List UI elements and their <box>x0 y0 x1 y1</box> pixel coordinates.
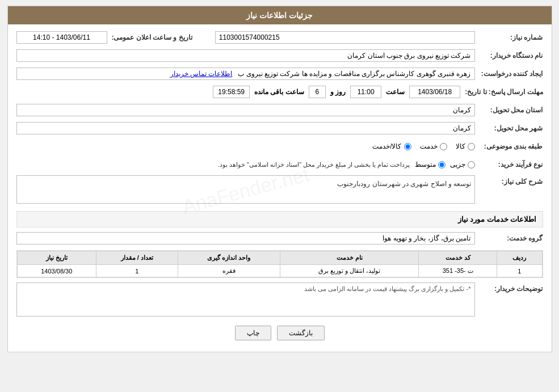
category-radio-both[interactable] <box>404 143 411 150</box>
service-group-value: تامین برق، گاز، بخار و تهویه هوا <box>16 232 475 245</box>
date-announce-value: 1403/06/11 - 14:10 <box>16 31 107 44</box>
buyer-org-row: نام دستگاه خریدار: شرکت توزیع نیروی برق … <box>16 48 543 63</box>
services-table-container: ردیف کد خدمت نام خدمت واحد اندازه گیری ت… <box>16 250 543 278</box>
service-group-label: گروه خدمت: <box>475 234 543 242</box>
province-label: استان محل تحویل: <box>475 106 543 114</box>
category-option-service[interactable]: خدمت <box>420 142 447 150</box>
purchase-radio-small[interactable] <box>468 161 475 168</box>
requester-text: زهره فنبری گوهری کارشناس برگزاری مناقصات… <box>238 70 470 78</box>
deadline-label: مهلت ارسال پاسخ: تا تاریخ: <box>460 88 543 96</box>
col-service-name: نام خدمت <box>280 251 419 265</box>
deadline-row: مهلت ارسال پاسخ: تا تاریخ: 1403/06/18 سا… <box>16 85 543 99</box>
province-row: استان محل تحویل: کرمان <box>16 103 543 117</box>
category-row: طبقه بندی موضوعی: کالا خدمت کالا/خدمت <box>16 139 543 154</box>
col-date: تاریخ نیاز <box>17 251 96 265</box>
category-radio-service[interactable] <box>440 143 447 150</box>
deadline-remaining: 19:58:59 <box>213 86 250 98</box>
buyer-notes-label: توضیحات خریدار: <box>475 283 543 293</box>
category-option-goods[interactable]: کالا <box>456 142 475 150</box>
content-area: شماره نیاز: 1103001574000215 تاریخ و ساع… <box>8 24 552 352</box>
buyer-org-label: نام دستگاه خریدار: <box>475 52 543 60</box>
category-radio-goods[interactable] <box>468 143 475 150</box>
purchase-small-label: جزیی <box>450 161 465 168</box>
service-group-row: گروه خدمت: تامین برق، گاز، بخار و تهویه … <box>16 231 543 246</box>
category-goods-label: کالا <box>456 142 465 150</box>
requester-value: زهره فنبری گوهری کارشناس برگزاری مناقصات… <box>16 68 475 80</box>
purchase-medium-label: متوسط <box>415 161 436 168</box>
cell-service-name: تولید، انتقال و توزیع برق <box>280 265 419 277</box>
category-both-label: کالا/خدمت <box>372 142 401 150</box>
buyer-org-value: شرکت توزیع نیروی برق جنوب استان کرمان <box>16 49 475 62</box>
purchase-options: جزیی متوسط پرداخت تمام یا بخشی از مبلغ خ… <box>16 161 475 168</box>
requester-label: ایجاد کننده درخواست: <box>475 70 543 78</box>
province-value: کرمان <box>16 104 475 116</box>
buyer-notes-row: توضیحات خریدار: *- تکمیل و بارگزاری برگ … <box>16 283 543 317</box>
cell-service-code: ت -35- 351 <box>419 265 497 277</box>
purchase-label: نوع فرآیند خرید: <box>475 161 543 168</box>
col-unit: واحد اندازه گیری <box>178 251 280 265</box>
purchase-option-small[interactable]: جزیی <box>450 161 475 168</box>
deadline-days: 6 <box>309 86 326 98</box>
deadline-time-label: ساعت <box>384 88 407 96</box>
date-announce-label: تاریخ و ساعت اعلان عمومی: <box>107 33 192 41</box>
print-button[interactable]: چاپ <box>235 326 271 340</box>
category-label: طبقه بندی موضوعی: <box>475 142 543 150</box>
cell-date: 1403/08/30 <box>17 265 96 277</box>
deadline-date: 1403/06/18 <box>409 86 460 98</box>
purchase-option-medium[interactable]: متوسط <box>415 161 445 168</box>
deadline-days-label: روز و <box>328 88 348 96</box>
deadline-remaining-label: ساعت باقی مانده <box>252 88 306 96</box>
service-section-header: اطلاعات خدمات مورد نیاز <box>16 211 543 227</box>
col-rownum: ردیف <box>497 251 542 265</box>
city-row: شهر محل تحویل: کرمان <box>16 121 543 136</box>
need-number-label: شماره نیاز: <box>475 33 543 41</box>
col-service-code: کد خدمت <box>419 251 497 265</box>
description-value: توسعه و اصلاح شهری در شهرستان رودبارجنوب <box>337 180 471 188</box>
need-number-row: شماره نیاز: 1103001574000215 تاریخ و ساع… <box>16 30 543 45</box>
cell-quantity: 1 <box>96 265 178 277</box>
col-quantity: تعداد / مقدار <box>96 251 178 265</box>
buyer-notes-text: *- تکمیل و بارگزاری برگ پیشنهاد قیمت در … <box>304 285 471 292</box>
button-row: بازگشت چاپ <box>16 320 543 346</box>
services-table: ردیف کد خدمت نام خدمت واحد اندازه گیری ت… <box>17 251 543 277</box>
city-value: کرمان <box>16 122 475 134</box>
buyer-notes-value: *- تکمیل و بارگزاری برگ پیشنهاد قیمت در … <box>16 283 475 317</box>
main-container: جزئیات اطلاعات نیاز شماره نیاز: 11030015… <box>7 6 552 352</box>
table-header-row: ردیف کد خدمت نام خدمت واحد اندازه گیری ت… <box>17 251 542 265</box>
city-label: شهر محل تحویل: <box>475 124 543 132</box>
category-option-both[interactable]: کالا/خدمت <box>372 142 411 150</box>
table-row: 1 ت -35- 351 تولید، انتقال و توزیع برق ف… <box>17 265 542 277</box>
cell-rownum: 1 <box>497 265 542 277</box>
back-button[interactable]: بازگشت <box>277 326 325 340</box>
page-header: جزئیات اطلاعات نیاز <box>8 6 552 24</box>
contact-link[interactable]: اطلاعات تماس خریدار <box>170 70 233 78</box>
requester-row: ایجاد کننده درخواست: زهره فنبری گوهری کا… <box>16 66 543 81</box>
purchase-note: پرداخت تمام یا بخشی از مبلغ خریدار محل "… <box>218 161 410 168</box>
deadline-info: 1403/06/18 ساعت 11:00 روز و 6 ساعت باقی … <box>16 86 461 98</box>
purchase-type-row: نوع فرآیند خرید: جزیی متوسط پرداخت تمام … <box>16 157 543 172</box>
category-service-label: خدمت <box>420 142 438 150</box>
category-options: کالا خدمت کالا/خدمت <box>16 142 475 150</box>
page-title: جزئیات اطلاعات نیاز <box>246 11 313 20</box>
description-label: شرح کلی نیاز: <box>475 175 543 186</box>
deadline-time: 11:00 <box>350 86 381 98</box>
need-number-value: 1103001574000215 <box>215 31 475 44</box>
purchase-radio-medium[interactable] <box>438 161 445 168</box>
description-row: شرح کلی نیاز: AnaFender.net توسعه و اصلا… <box>16 175 543 205</box>
cell-unit: فقره <box>178 265 280 277</box>
